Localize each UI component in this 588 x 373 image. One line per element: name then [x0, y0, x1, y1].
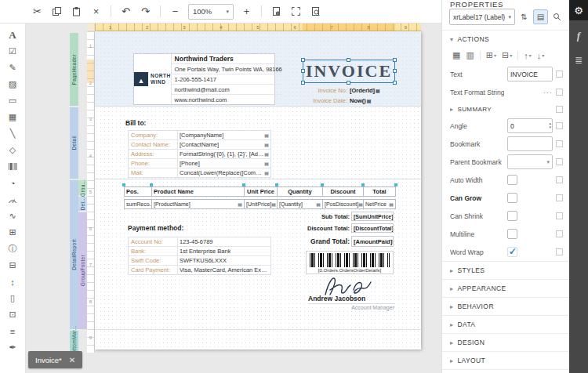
- toolbox-table-tool[interactable]: ▦: [2, 110, 23, 125]
- format-string-editor-button[interactable]: ···: [507, 89, 553, 96]
- align-vertical-button[interactable]: ⊟▾: [499, 49, 514, 61]
- parent-bookmark-dropdown[interactable]: ▾: [507, 154, 553, 169]
- property-marker-checkbox[interactable]: [556, 230, 563, 237]
- property-marker-checkbox[interactable]: [556, 176, 563, 183]
- property-marker-checkbox[interactable]: [556, 140, 563, 147]
- items-detail-row[interactable]: sumReco...▤ [ProductName]▤ [UnitPrice]▤ …: [124, 199, 396, 209]
- toolbox-label-tool[interactable]: A: [2, 27, 23, 42]
- resize-handle[interactable]: [301, 69, 305, 73]
- field-row[interactable]: Mail:Concat(Lower(Replace([CompanyName].…: [129, 168, 270, 177]
- auto-width-checkbox[interactable]: [507, 175, 517, 185]
- angle-input[interactable]: [507, 118, 553, 133]
- property-marker-checkbox[interactable]: [556, 122, 563, 129]
- toolbox-crossbandline-tool[interactable]: ↕: [2, 274, 23, 289]
- invoice-date-row[interactable]: Invoice Date: Now()▤: [300, 96, 394, 105]
- grand-total-row[interactable]: Grand Total: [AmountPaid]▤: [304, 236, 394, 247]
- zoom-out-button[interactable]: −: [166, 2, 184, 20]
- toolbox-pageinfo-tool[interactable]: ⓘ: [2, 241, 23, 256]
- cut-button[interactable]: ✂: [28, 2, 46, 20]
- company-name[interactable]: Northwind Traders: [172, 54, 282, 64]
- section-navigation[interactable]: ▸NAVIGATION: [442, 369, 569, 373]
- band-page-header[interactable]: PageHeader: [70, 33, 78, 106]
- field-list-button[interactable]: f: [569, 27, 588, 45]
- search-properties-button[interactable]: [550, 9, 564, 24]
- field-row[interactable]: Address:FormatString('{0}, {1}, {2}', [A…: [129, 150, 270, 159]
- toolbox-sparkline-tool[interactable]: ∿: [2, 208, 23, 223]
- toolbox-picturebox-tool[interactable]: ▨: [2, 77, 23, 92]
- fullscreen-button[interactable]: [287, 2, 305, 20]
- sort-properties-button[interactable]: ⇅: [517, 9, 532, 24]
- toolbox-chart-tool[interactable]: ◔: [2, 176, 23, 190]
- column-handle[interactable]: [242, 183, 245, 186]
- section-behavior[interactable]: ▸BEHAVIOR: [442, 297, 569, 315]
- copy-button[interactable]: [48, 2, 66, 20]
- delete-button[interactable]: ×: [87, 2, 105, 20]
- toolbox-gauge-tool[interactable]: [2, 192, 23, 207]
- selected-control-dropdown[interactable]: xrLabel17 (Label) ▾: [449, 9, 515, 25]
- property-marker-checkbox[interactable]: [556, 89, 563, 96]
- resize-handle[interactable]: [347, 81, 350, 85]
- spinner-down-icon[interactable]: ▾: [549, 125, 551, 129]
- section-appearance[interactable]: ▸APPEARANCE: [442, 279, 569, 297]
- size-to-grid-button[interactable]: ▥: [463, 49, 476, 61]
- toolbox-signature-tool[interactable]: ✒: [2, 340, 23, 355]
- company-email[interactable]: northwind@mail.com: [172, 85, 282, 95]
- property-marker-checkbox[interactable]: [556, 212, 563, 219]
- bill-to-table[interactable]: Company:[CompanyName]▤ Contact Name:[Con…: [128, 130, 271, 178]
- field-row[interactable]: Bank:1st Enterprise Bank: [129, 247, 270, 256]
- toolbox-shape-tool[interactable]: ◇: [2, 143, 23, 158]
- field-row[interactable]: Contact Name:[ContactName]▤: [129, 140, 270, 150]
- invoice-number-row[interactable]: Invoice No: [OrderId]▤: [300, 86, 394, 95]
- section-design[interactable]: ▸DESIGN: [442, 333, 569, 351]
- column-handle[interactable]: [321, 183, 324, 186]
- preview-button[interactable]: [307, 2, 325, 20]
- section-layout[interactable]: ▸LAYOUT: [442, 351, 569, 369]
- toolbox-subreport-tool[interactable]: ⊡: [2, 307, 23, 322]
- company-logo[interactable]: ▲ NORTH WIND: [134, 54, 172, 104]
- resize-handle[interactable]: [393, 69, 397, 73]
- field-row[interactable]: Company:[CompanyName]▤: [129, 131, 270, 140]
- company-address[interactable]: One Portals Way, Twin Points WA, 98166: [172, 64, 282, 74]
- subsection-summary[interactable]: ▸SUMMARY: [442, 101, 569, 117]
- invoice-title-label-selected[interactable]: INVOICE: [303, 60, 395, 83]
- resize-handle[interactable]: [301, 58, 305, 62]
- property-marker-checkbox[interactable]: [556, 106, 563, 113]
- property-marker-checkbox[interactable]: [556, 248, 563, 255]
- property-marker-checkbox[interactable]: [556, 194, 563, 201]
- align-horizontal-button[interactable]: ⊞▾: [484, 49, 499, 61]
- band-bottom-margin[interactable]: BottomMar...: [70, 331, 78, 351]
- column-handle[interactable]: [394, 183, 397, 186]
- zoom-select[interactable]: 100% ▾: [188, 4, 234, 20]
- text-property-input[interactable]: [507, 67, 553, 81]
- band-detail[interactable]: Detail: [70, 107, 78, 179]
- word-wrap-checkbox[interactable]: [507, 247, 517, 257]
- band-detail1[interactable]: Det...: [78, 197, 87, 211]
- payment-method-title[interactable]: Payment method:: [128, 224, 183, 232]
- band-group-header[interactable]: Grou...: [78, 180, 87, 195]
- column-handle[interactable]: [361, 183, 365, 186]
- bring-to-front-button[interactable]: ↑▾: [521, 50, 534, 61]
- company-phone[interactable]: 1-206-555-1417: [172, 74, 282, 85]
- band-detail-report[interactable]: DetailReport: [70, 180, 78, 329]
- can-grow-checkbox[interactable]: [507, 193, 517, 203]
- field-row[interactable]: Card Payment:Visa, MasterCard, American …: [129, 266, 270, 274]
- toolbox-pivotgrid-tool[interactable]: ⊞: [2, 225, 23, 240]
- payment-table[interactable]: Account No:123-45-6789 Bank:1st Enterpri…: [128, 237, 271, 275]
- send-to-back-button[interactable]: ↓▾: [535, 50, 547, 61]
- redo-button[interactable]: ↷: [136, 2, 154, 20]
- report-explorer-button[interactable]: ≣: [569, 52, 588, 69]
- paste-button[interactable]: [67, 2, 85, 20]
- can-shrink-checkbox[interactable]: [507, 211, 517, 221]
- angle-spinner[interactable]: ▴▾: [549, 121, 551, 129]
- toolbox-toc-tool[interactable]: ≡: [2, 324, 23, 339]
- section-data[interactable]: ▸DATA: [442, 315, 569, 333]
- toolbox-checkbox-tool[interactable]: ☑: [2, 44, 23, 59]
- close-icon[interactable]: ✕: [69, 356, 75, 364]
- property-marker-checkbox[interactable]: [556, 71, 563, 78]
- categorized-view-button[interactable]: ▤: [533, 9, 548, 24]
- bill-to-title[interactable]: Bill to:: [125, 119, 146, 127]
- items-table[interactable]: Pos. Product Name Unit Price Quantity Di…: [124, 186, 396, 209]
- multiline-checkbox[interactable]: [507, 229, 517, 239]
- field-row[interactable]: Phone:[Phone]▤: [129, 159, 270, 168]
- resize-handle[interactable]: [393, 81, 397, 85]
